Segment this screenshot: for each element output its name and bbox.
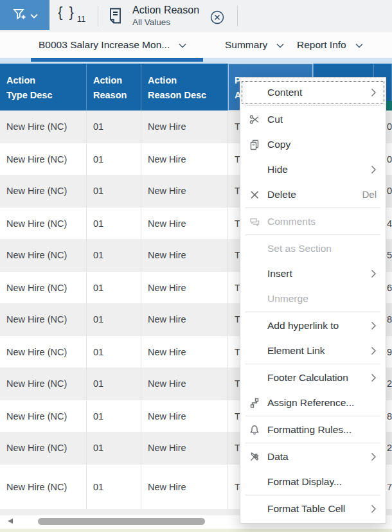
menu-item-add-hyperlink-to[interactable]: Add hyperlink to [240,313,386,338]
submenu-arrow-icon [371,504,377,513]
table-cell[interactable]: New Hire [141,239,228,271]
submenu-arrow-icon [371,321,377,330]
table-cell[interactable]: New Hire [141,465,228,509]
note-page-icon [108,7,123,27]
table-cell[interactable]: 01 [87,272,141,303]
table-cell[interactable]: New Hire (NC) [0,303,87,335]
chevron-down-icon [179,39,186,51]
table-cell[interactable]: 01 [87,239,141,271]
comments-icon [246,209,263,234]
table-cell[interactable]: 01 [87,336,141,368]
table-cell[interactable]: New Hire (NC) [0,208,87,239]
menu-item-content[interactable]: Content [240,80,386,105]
table-cell[interactable]: New Hire [141,336,228,368]
table-cell[interactable]: New Hire [141,400,228,432]
delete-icon [246,182,263,207]
table-cell[interactable]: New Hire [141,432,228,464]
table-cell[interactable]: 01 [87,303,141,335]
tab-b0003-salary-increase-mon[interactable]: B0003 Salary Increase Mon... [39,32,186,58]
scroll-left-arrow-icon[interactable] [6,518,14,525]
menu-item-format-table-cell[interactable]: Format Table Cell [240,496,386,521]
table-cell[interactable]: 01 [87,143,141,175]
table-cell[interactable]: New Hire [141,303,228,335]
context-menu: ContentCutCopyHideDeleteDelCommentsSet a… [240,77,386,524]
menu-item-footer-calculation[interactable]: Footer Calculation [240,365,386,390]
table-cell[interactable]: New Hire (NC) [0,175,87,207]
remove-filter-icon[interactable] [209,10,225,28]
filter-token-subtitle: All Values [132,17,199,28]
tab-summary[interactable]: Summary [225,32,284,58]
header-line: Action [93,73,138,88]
menu-item-label: Copy [267,139,290,150]
menu-divider [245,416,380,416]
table-cell[interactable]: New Hire [141,143,228,175]
table-cell[interactable]: New Hire (NC) [0,239,87,271]
menu-item-data[interactable]: Data [240,444,386,469]
scrollbar-thumb[interactable] [38,518,205,525]
table-cell[interactable]: New Hire [141,175,228,207]
table-cell[interactable]: New Hire (NC) [0,272,87,303]
table-cell[interactable]: 01 [87,175,141,207]
menu-item-formatting-rules[interactable]: Formatting Rules... [240,417,386,442]
menu-item-assign-reference[interactable]: Assign Reference... [240,390,386,415]
table-cell[interactable]: 01 [87,368,141,400]
table-cell[interactable]: 01 [87,111,141,143]
calculations-badge[interactable]: { } 11 [58,4,85,24]
table-cell[interactable]: 01 [87,208,141,239]
table-cell[interactable]: New Hire [141,368,228,400]
filter-plus-icon [12,6,27,24]
menu-item-label: Format Table Cell [267,503,345,515]
menu-item-label: Formatting Rules... [267,424,352,436]
table-cell[interactable]: New Hire (NC) [0,465,87,509]
table-cell[interactable]: New Hire (NC) [0,336,87,368]
calculation-count: 11 [77,14,86,24]
active-tab-underline [31,58,203,62]
tab-label: Report Info [297,39,346,51]
column-header-action-reason[interactable]: ActionReason [87,64,141,111]
add-filter-button[interactable] [0,0,49,30]
menu-item-label: Footer Calculation [267,372,348,384]
header-line: Action [6,73,84,88]
table-cell[interactable]: New Hire [141,208,228,239]
menu-item-label: Comments [267,216,316,227]
selection-handle [386,101,392,111]
menu-item-delete[interactable]: DeleteDel [240,182,386,207]
column-header-action-reason-desc[interactable]: ActionReason Desc [141,64,228,111]
menu-divider [245,235,380,235]
menu-item-format-display[interactable]: Format Display... [240,469,386,494]
menu-item-cut[interactable]: Cut [240,107,386,132]
table-cell[interactable]: 01 [87,432,141,464]
tools-icon [246,444,263,469]
header-line: Reason Desc [148,88,225,103]
table-cell[interactable]: 01 [87,465,141,509]
menu-item-label: Assign Reference... [267,397,354,409]
menu-item-copy[interactable]: Copy [240,132,386,157]
menu-item-comments: Comments [240,209,386,234]
menu-item-label: Set as Section [267,243,332,254]
table-cell[interactable]: New Hire (NC) [0,143,87,175]
top-toolbar: { } 11 Action Reason All Values [0,0,392,32]
column-header-action-type-desc[interactable]: ActionType Desc [0,64,87,111]
menu-item-label: Data [267,451,289,463]
submenu-arrow-icon [371,165,377,174]
table-cell[interactable]: New Hire [141,272,228,303]
app-screen: { } 11 Action Reason All Values B0003 Sa… [0,0,392,532]
table-cell[interactable]: New Hire (NC) [0,432,87,464]
menu-item-label: Format Display... [267,476,342,488]
table-cell[interactable]: New Hire (NC) [0,111,87,143]
table-cell[interactable]: New Hire [141,111,228,143]
menu-item-shortcut: Del [362,189,377,200]
table-cell[interactable]: New Hire (NC) [0,400,87,432]
menu-item-hide[interactable]: Hide [240,157,386,182]
tab-report-info[interactable]: Report Info [297,32,363,58]
table-cell[interactable]: New Hire (NC) [0,368,87,400]
filter-token[interactable]: Action Reason All Values [132,4,199,28]
submenu-arrow-icon [371,373,377,382]
toolbar-divider [237,6,238,26]
menu-item-insert[interactable]: Insert [240,261,386,286]
menu-item-element-link[interactable]: Element Link [240,338,386,363]
table-cell[interactable]: 01 [87,400,141,432]
submenu-arrow-icon [371,269,377,278]
menu-divider [245,495,380,495]
tab-label: Summary [225,39,267,51]
